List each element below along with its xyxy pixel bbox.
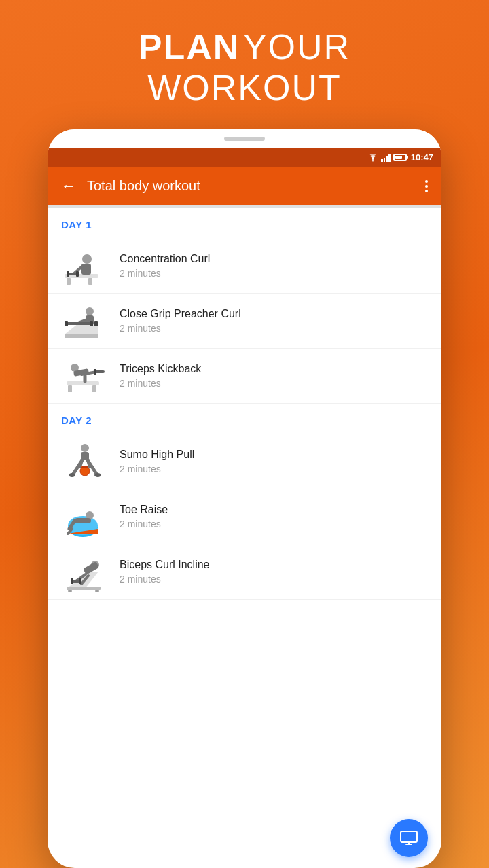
exercise-thumb-toe-raise	[61, 496, 109, 537]
exercise-item-sumo-high-pull[interactable]: Sumo High Pull 2 minutes	[48, 434, 441, 489]
svg-rect-7	[67, 271, 69, 277]
status-bar: 10:47	[48, 148, 441, 167]
exercise-info-sumo-high-pull: Sumo High Pull 2 minutes	[120, 449, 428, 474]
fab-button[interactable]	[390, 819, 428, 857]
day-2-label: DAY 2	[61, 415, 428, 426]
exercise-info-concentration-curl: Concentration Curl 2 minutes	[120, 253, 428, 279]
exercise-item-concentration-curl[interactable]: Concentration Curl 2 minutes	[48, 239, 441, 294]
app-toolbar: ← Total body workout	[48, 167, 441, 205]
phone-notch-area	[48, 129, 441, 148]
svg-rect-57	[405, 844, 412, 845]
svg-rect-56	[401, 831, 417, 842]
exercise-name-triceps-kickback: Triceps Kickback	[120, 363, 428, 375]
your-text: YOUR	[243, 27, 350, 67]
plan-text: PLAN	[139, 27, 240, 67]
exercise-thumb-triceps-kickback	[61, 355, 109, 396]
signal-icon	[381, 154, 391, 162]
svg-rect-37	[82, 466, 88, 468]
svg-rect-47	[68, 590, 72, 592]
exercise-thumb-concentration-curl	[61, 245, 109, 286]
more-dot-3	[425, 190, 428, 192]
toolbar-title: Total body workout	[87, 178, 414, 194]
status-time: 10:47	[411, 152, 433, 162]
exercise-item-toe-raise[interactable]: Toe Raise 2 minutes	[48, 489, 441, 544]
more-dot-2	[425, 185, 428, 188]
svg-line-34	[80, 456, 84, 467]
exercise-name-biceps-curl-incline: Biceps Curl Incline	[120, 559, 428, 571]
exercise-thumb-close-grip	[61, 300, 109, 341]
svg-rect-16	[65, 321, 68, 326]
svg-rect-55	[79, 578, 82, 584]
more-menu-button[interactable]	[422, 177, 431, 195]
svg-rect-42	[75, 518, 91, 523]
svg-rect-2	[88, 278, 92, 285]
svg-rect-1	[67, 278, 71, 285]
content-area: DAY 1	[48, 208, 441, 600]
exercise-duration-close-grip: 2 minutes	[120, 323, 428, 334]
exercise-thumb-biceps-curl-incline	[61, 551, 109, 592]
content-wrapper: DAY 1	[48, 208, 441, 868]
svg-rect-27	[94, 369, 96, 375]
svg-line-35	[86, 456, 90, 467]
day-1-label: DAY 1	[61, 219, 428, 230]
exercise-name-sumo-high-pull: Sumo High Pull	[120, 449, 428, 461]
svg-point-11	[86, 307, 94, 315]
svg-rect-8	[76, 271, 79, 277]
exercise-name-concentration-curl: Concentration Curl	[120, 253, 428, 265]
exercise-duration-concentration-curl: 2 minutes	[120, 268, 428, 279]
back-button[interactable]: ←	[58, 175, 79, 198]
svg-rect-20	[68, 385, 72, 392]
workout-text: WORKOUT	[139, 68, 350, 109]
screen-icon	[399, 829, 418, 848]
svg-point-33	[94, 473, 101, 477]
exercise-name-toe-raise: Toe Raise	[120, 504, 428, 516]
exercise-info-triceps-kickback: Triceps Kickback 2 minutes	[120, 363, 428, 389]
svg-rect-19	[67, 381, 99, 385]
svg-point-28	[81, 444, 89, 452]
svg-rect-10	[65, 334, 98, 338]
svg-rect-48	[95, 590, 99, 592]
phone-frame: 10:47 ← Total body workout DAY 1	[48, 129, 441, 868]
svg-rect-54	[71, 578, 73, 584]
more-dot-1	[425, 180, 428, 183]
exercise-item-biceps-curl-incline[interactable]: Biceps Curl Incline 2 minutes	[48, 544, 441, 600]
day-1-section: DAY 1	[48, 208, 441, 239]
svg-rect-6	[68, 273, 77, 275]
svg-point-3	[82, 254, 92, 264]
day-2-section: DAY 2	[48, 404, 441, 434]
exercise-thumb-sumo-high-pull	[61, 441, 109, 482]
battery-icon	[393, 154, 407, 161]
status-icons	[367, 154, 407, 162]
svg-rect-17	[90, 321, 93, 326]
svg-rect-46	[67, 587, 101, 590]
exercise-item-triceps-kickback[interactable]: Triceps Kickback 2 minutes	[48, 349, 441, 404]
exercise-duration-triceps-kickback: 2 minutes	[120, 378, 428, 389]
promo-header: PLAN YOUR WORKOUT	[139, 27, 350, 109]
exercise-duration-toe-raise: 2 minutes	[120, 519, 428, 530]
exercise-name-close-grip: Close Grip Preacher Curl	[120, 308, 428, 320]
phone-speaker	[224, 137, 265, 141]
wifi-icon	[367, 154, 378, 162]
svg-rect-21	[92, 385, 96, 392]
svg-rect-15	[67, 322, 91, 325]
svg-point-32	[69, 473, 75, 477]
svg-rect-18	[94, 321, 98, 326]
exercise-info-biceps-curl-incline: Biceps Curl Incline 2 minutes	[120, 559, 428, 585]
exercise-duration-sumo-high-pull: 2 minutes	[120, 464, 428, 474]
exercise-info-close-grip: Close Grip Preacher Curl 2 minutes	[120, 308, 428, 334]
svg-rect-26	[95, 370, 105, 373]
exercise-item-close-grip[interactable]: Close Grip Preacher Curl 2 minutes	[48, 294, 441, 349]
exercise-info-toe-raise: Toe Raise 2 minutes	[120, 504, 428, 530]
exercise-duration-biceps-curl-incline: 2 minutes	[120, 574, 428, 585]
